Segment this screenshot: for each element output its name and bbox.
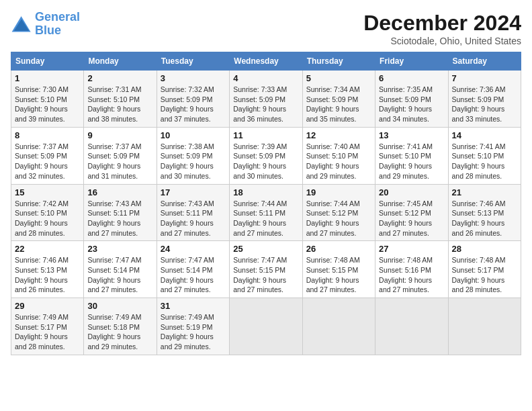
day-number: 25	[233, 244, 298, 254]
calendar-cell: 13Sunrise: 7:41 AMSunset: 5:10 PMDayligh…	[375, 127, 448, 184]
calendar-cell: 27Sunrise: 7:48 AMSunset: 5:16 PMDayligh…	[375, 241, 448, 298]
day-info: Sunrise: 7:41 AMSunset: 5:10 PMDaylight:…	[452, 142, 517, 181]
calendar-cell: 5Sunrise: 7:34 AMSunset: 5:09 PMDaylight…	[302, 71, 375, 128]
day-info: Sunrise: 7:40 AMSunset: 5:10 PMDaylight:…	[306, 142, 371, 181]
day-info: Sunrise: 7:43 AMSunset: 5:11 PMDaylight:…	[87, 199, 152, 238]
calendar-cell: 18Sunrise: 7:44 AMSunset: 5:11 PMDayligh…	[230, 184, 302, 241]
calendar-cell: 12Sunrise: 7:40 AMSunset: 5:10 PMDayligh…	[302, 127, 375, 184]
day-number: 29	[15, 301, 80, 311]
day-number: 18	[233, 187, 298, 197]
calendar-header-row: SundayMondayTuesdayWednesdayThursdayFrid…	[11, 52, 521, 71]
calendar-cell: 6Sunrise: 7:35 AMSunset: 5:09 PMDaylight…	[375, 71, 448, 128]
calendar-cell: 10Sunrise: 7:38 AMSunset: 5:09 PMDayligh…	[157, 127, 229, 184]
day-info: Sunrise: 7:36 AMSunset: 5:09 PMDaylight:…	[452, 85, 517, 124]
day-info: Sunrise: 7:35 AMSunset: 5:09 PMDaylight:…	[379, 85, 444, 124]
title-block: December 2024 Sciotodale, Ohio, United S…	[363, 11, 521, 46]
day-number: 5	[306, 73, 371, 83]
day-info: Sunrise: 7:47 AMSunset: 5:15 PMDaylight:…	[233, 255, 298, 295]
day-number: 31	[161, 301, 226, 311]
calendar-cell	[375, 298, 448, 355]
calendar-cell: 30Sunrise: 7:49 AMSunset: 5:18 PMDayligh…	[84, 298, 157, 355]
calendar-cell: 24Sunrise: 7:47 AMSunset: 5:14 PMDayligh…	[157, 241, 229, 298]
calendar-cell: 11Sunrise: 7:39 AMSunset: 5:09 PMDayligh…	[230, 127, 302, 184]
day-number: 26	[306, 244, 371, 254]
day-info: Sunrise: 7:31 AMSunset: 5:10 PMDaylight:…	[87, 85, 152, 124]
day-info: Sunrise: 7:49 AMSunset: 5:19 PMDaylight:…	[161, 312, 226, 352]
calendar-week-row: 29Sunrise: 7:49 AMSunset: 5:17 PMDayligh…	[11, 298, 521, 355]
calendar-week-row: 8Sunrise: 7:37 AMSunset: 5:09 PMDaylight…	[11, 127, 521, 184]
day-number: 12	[306, 130, 371, 140]
day-info: Sunrise: 7:46 AMSunset: 5:13 PMDaylight:…	[452, 199, 517, 238]
day-number: 15	[15, 187, 80, 197]
day-number: 17	[161, 187, 226, 197]
location: Sciotodale, Ohio, United States	[363, 36, 521, 46]
day-number: 4	[233, 73, 298, 83]
weekday-header: Tuesday	[157, 52, 229, 71]
calendar-cell: 21Sunrise: 7:46 AMSunset: 5:13 PMDayligh…	[448, 184, 521, 241]
page-header: General Blue December 2024 Sciotodale, O…	[11, 11, 521, 46]
day-number: 19	[306, 187, 371, 197]
day-number: 1	[15, 73, 80, 83]
day-info: Sunrise: 7:47 AMSunset: 5:14 PMDaylight:…	[161, 255, 226, 295]
calendar-cell: 22Sunrise: 7:46 AMSunset: 5:13 PMDayligh…	[11, 241, 84, 298]
calendar-cell	[448, 298, 521, 355]
calendar-cell: 7Sunrise: 7:36 AMSunset: 5:09 PMDaylight…	[448, 71, 521, 128]
day-number: 22	[15, 244, 80, 254]
calendar-week-row: 22Sunrise: 7:46 AMSunset: 5:13 PMDayligh…	[11, 241, 521, 298]
weekday-header: Sunday	[11, 52, 84, 71]
calendar-cell: 3Sunrise: 7:32 AMSunset: 5:09 PMDaylight…	[157, 71, 229, 128]
day-info: Sunrise: 7:42 AMSunset: 5:10 PMDaylight:…	[15, 199, 80, 238]
weekday-header: Monday	[84, 52, 157, 71]
day-number: 16	[87, 187, 152, 197]
day-info: Sunrise: 7:45 AMSunset: 5:12 PMDaylight:…	[379, 199, 444, 238]
calendar-cell: 31Sunrise: 7:49 AMSunset: 5:19 PMDayligh…	[157, 298, 229, 355]
day-info: Sunrise: 7:38 AMSunset: 5:09 PMDaylight:…	[161, 142, 226, 181]
day-number: 24	[161, 244, 226, 254]
day-number: 11	[233, 130, 298, 140]
calendar-cell: 8Sunrise: 7:37 AMSunset: 5:09 PMDaylight…	[11, 127, 84, 184]
day-info: Sunrise: 7:44 AMSunset: 5:12 PMDaylight:…	[306, 199, 371, 238]
day-info: Sunrise: 7:49 AMSunset: 5:18 PMDaylight:…	[87, 312, 152, 352]
calendar-cell: 14Sunrise: 7:41 AMSunset: 5:10 PMDayligh…	[448, 127, 521, 184]
weekday-header: Thursday	[302, 52, 375, 71]
weekday-header: Saturday	[448, 52, 521, 71]
logo-text: General Blue	[35, 11, 80, 38]
day-info: Sunrise: 7:37 AMSunset: 5:09 PMDaylight:…	[15, 142, 80, 181]
calendar-cell: 25Sunrise: 7:47 AMSunset: 5:15 PMDayligh…	[230, 241, 302, 298]
calendar-cell: 20Sunrise: 7:45 AMSunset: 5:12 PMDayligh…	[375, 184, 448, 241]
calendar-cell: 17Sunrise: 7:43 AMSunset: 5:11 PMDayligh…	[157, 184, 229, 241]
calendar-cell: 2Sunrise: 7:31 AMSunset: 5:10 PMDaylight…	[84, 71, 157, 128]
logo-icon	[11, 15, 32, 34]
day-info: Sunrise: 7:44 AMSunset: 5:11 PMDaylight:…	[233, 199, 298, 238]
day-number: 20	[379, 187, 444, 197]
calendar-cell: 23Sunrise: 7:47 AMSunset: 5:14 PMDayligh…	[84, 241, 157, 298]
calendar-cell: 4Sunrise: 7:33 AMSunset: 5:09 PMDaylight…	[230, 71, 302, 128]
day-info: Sunrise: 7:49 AMSunset: 5:17 PMDaylight:…	[15, 312, 80, 352]
day-info: Sunrise: 7:48 AMSunset: 5:15 PMDaylight:…	[306, 255, 371, 295]
day-number: 7	[452, 73, 517, 83]
calendar-cell: 19Sunrise: 7:44 AMSunset: 5:12 PMDayligh…	[302, 184, 375, 241]
day-info: Sunrise: 7:32 AMSunset: 5:09 PMDaylight:…	[161, 85, 226, 124]
day-number: 28	[452, 244, 517, 254]
day-number: 10	[161, 130, 226, 140]
weekday-header: Wednesday	[230, 52, 302, 71]
day-number: 6	[379, 73, 444, 83]
day-info: Sunrise: 7:43 AMSunset: 5:11 PMDaylight:…	[161, 199, 226, 238]
day-info: Sunrise: 7:30 AMSunset: 5:10 PMDaylight:…	[15, 85, 80, 124]
calendar-cell: 28Sunrise: 7:48 AMSunset: 5:17 PMDayligh…	[448, 241, 521, 298]
calendar-week-row: 15Sunrise: 7:42 AMSunset: 5:10 PMDayligh…	[11, 184, 521, 241]
calendar-week-row: 1Sunrise: 7:30 AMSunset: 5:10 PMDaylight…	[11, 71, 521, 128]
day-number: 13	[379, 130, 444, 140]
day-info: Sunrise: 7:48 AMSunset: 5:17 PMDaylight:…	[452, 255, 517, 295]
calendar-table: SundayMondayTuesdayWednesdayThursdayFrid…	[11, 52, 521, 355]
day-number: 30	[87, 301, 152, 311]
day-number: 27	[379, 244, 444, 254]
day-number: 21	[452, 187, 517, 197]
month-title: December 2024	[363, 11, 521, 36]
calendar-cell: 9Sunrise: 7:37 AMSunset: 5:09 PMDaylight…	[84, 127, 157, 184]
calendar-cell: 16Sunrise: 7:43 AMSunset: 5:11 PMDayligh…	[84, 184, 157, 241]
day-number: 8	[15, 130, 80, 140]
calendar-cell: 1Sunrise: 7:30 AMSunset: 5:10 PMDaylight…	[11, 71, 84, 128]
calendar-cell: 15Sunrise: 7:42 AMSunset: 5:10 PMDayligh…	[11, 184, 84, 241]
day-number: 14	[452, 130, 517, 140]
